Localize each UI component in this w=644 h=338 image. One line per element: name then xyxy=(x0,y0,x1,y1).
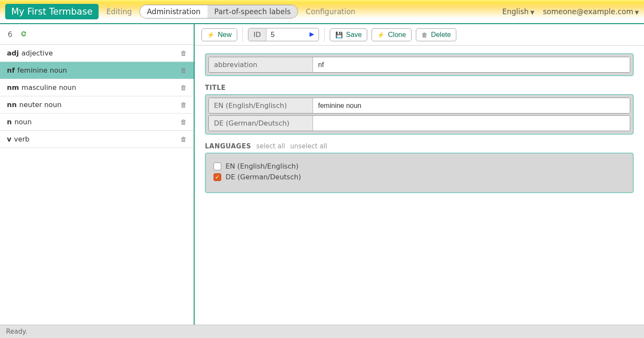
brand-badge[interactable]: My First Termbase xyxy=(5,4,99,19)
term-abbr: adj xyxy=(7,49,19,57)
term-label: neuter noun xyxy=(19,101,62,109)
list-item[interactable]: vverb🗑 xyxy=(0,131,194,148)
language-option[interactable]: ✓DE (German/Deutsch) xyxy=(214,173,625,181)
bolt-icon: ⚡ xyxy=(207,31,214,38)
new-button[interactable]: ⚡ New xyxy=(201,28,237,41)
list-item[interactable]: nnoun🗑 xyxy=(0,114,194,131)
nav-configuration[interactable]: Configuration xyxy=(301,7,359,16)
title-input[interactable] xyxy=(313,98,630,113)
id-input[interactable] xyxy=(266,28,305,41)
save-button[interactable]: 💾 Save xyxy=(330,28,367,41)
main: 6 adjadjective🗑nffeminine noun🗑nmmasculi… xyxy=(0,24,644,325)
user-dropdown[interactable]: someone@example.com xyxy=(543,7,639,16)
editor-pane: ⚡ New ID ▶ 💾 Save ⚡ Clone 🗑 Delete xyxy=(195,24,644,325)
status-text: Ready. xyxy=(6,328,27,335)
unselect-all-link[interactable]: unselect all xyxy=(290,142,327,150)
languages-box: EN (English/Englisch)✓DE (German/Deutsch… xyxy=(205,153,634,193)
list-item[interactable]: nnneuter noun🗑 xyxy=(0,96,194,114)
title-row: DE (German/Deutsch) xyxy=(208,115,630,131)
topbar: My First Termbase Editing Administration… xyxy=(0,0,644,24)
term-label: feminine noun xyxy=(17,66,67,74)
abbreviation-input[interactable] xyxy=(313,57,630,72)
delete-button[interactable]: 🗑 Delete xyxy=(416,28,456,41)
title-row: EN (English/Englisch) xyxy=(208,98,630,114)
id-field-group: ID ▶ xyxy=(248,28,319,41)
trash-icon[interactable]: 🗑 xyxy=(180,118,187,126)
term-label: verb xyxy=(14,135,29,143)
term-list: adjadjective🗑nffeminine noun🗑nmmasculine… xyxy=(0,45,194,148)
id-go-icon[interactable]: ▶ xyxy=(305,28,319,41)
save-button-label: Save xyxy=(346,31,362,39)
title-key: DE (German/Deutsch) xyxy=(209,116,313,131)
toolbar-separator xyxy=(242,28,243,42)
list-item[interactable]: adjadjective🗑 xyxy=(0,45,194,62)
title-block: EN (English/Englisch)DE (German/Deutsch) xyxy=(205,94,634,135)
save-icon: 💾 xyxy=(335,31,343,38)
languages-heading-label: LANGUAGES xyxy=(205,142,251,150)
clone-button-label: Clone xyxy=(388,31,406,39)
select-all-link[interactable]: select all xyxy=(256,142,285,150)
sidebar: 6 adjadjective🗑nffeminine noun🗑nmmasculi… xyxy=(0,24,195,325)
title-heading: TITLE xyxy=(205,84,634,92)
pill-pos-labels[interactable]: Part-of-speech labels xyxy=(207,5,298,18)
list-item[interactable]: nffeminine noun🗑 xyxy=(0,62,194,79)
term-abbr: v xyxy=(7,135,11,143)
bolt-icon: ⚡ xyxy=(377,31,384,38)
trash-icon[interactable]: 🗑 xyxy=(180,49,187,57)
term-label: noun xyxy=(14,118,31,126)
editor-toolbar: ⚡ New ID ▶ 💾 Save ⚡ Clone 🗑 Delete xyxy=(195,24,644,46)
form-area: abbreviation TITLE EN (English/Englisch)… xyxy=(195,46,644,325)
clone-button[interactable]: ⚡ Clone xyxy=(372,28,412,41)
term-abbr: nn xyxy=(7,101,17,109)
trash-icon[interactable]: 🗑 xyxy=(180,101,187,109)
trash-icon[interactable]: 🗑 xyxy=(180,135,187,143)
term-abbr: nm xyxy=(7,83,19,92)
new-button-label: New xyxy=(218,31,232,39)
id-label: ID xyxy=(248,28,266,41)
title-key: EN (English/Englisch) xyxy=(209,98,313,113)
trash-icon[interactable]: 🗑 xyxy=(180,84,187,92)
status-bar: Ready. xyxy=(0,325,644,338)
sidebar-header: 6 xyxy=(0,24,194,45)
checkbox-icon[interactable]: ✓ xyxy=(214,173,221,181)
term-label: masculine noun xyxy=(22,83,76,92)
pill-administration[interactable]: Administration xyxy=(140,5,207,18)
language-option[interactable]: EN (English/Englisch) xyxy=(214,162,625,170)
breadcrumb-pills: Administration Part-of-speech labels xyxy=(139,5,298,18)
abbreviation-key: abbreviation xyxy=(209,57,313,72)
term-abbr: n xyxy=(7,118,12,126)
title-input[interactable] xyxy=(313,116,630,131)
nav-editing[interactable]: Editing xyxy=(102,7,136,16)
language-option-label: EN (English/Englisch) xyxy=(226,162,298,170)
checkbox-icon[interactable] xyxy=(214,163,221,170)
language-option-label: DE (German/Deutsch) xyxy=(226,173,301,181)
trash-icon[interactable]: 🗑 xyxy=(180,67,187,74)
trash-icon: 🗑 xyxy=(421,31,427,38)
languages-heading: LANGUAGES select all unselect all xyxy=(205,142,634,150)
abbreviation-row: abbreviation xyxy=(208,57,630,73)
topbar-right: English someone@example.com xyxy=(502,7,639,16)
list-item[interactable]: nmmasculine noun🗑 xyxy=(0,79,194,96)
term-abbr: nf xyxy=(7,66,15,74)
delete-button-label: Delete xyxy=(431,31,451,39)
title-heading-label: TITLE xyxy=(205,84,226,92)
abbreviation-block: abbreviation xyxy=(205,53,634,76)
refresh-icon[interactable] xyxy=(20,31,27,38)
sidebar-count: 6 xyxy=(8,30,12,39)
toolbar-separator xyxy=(324,28,325,42)
language-dropdown[interactable]: English xyxy=(502,7,534,16)
term-label: adjective xyxy=(22,49,53,57)
